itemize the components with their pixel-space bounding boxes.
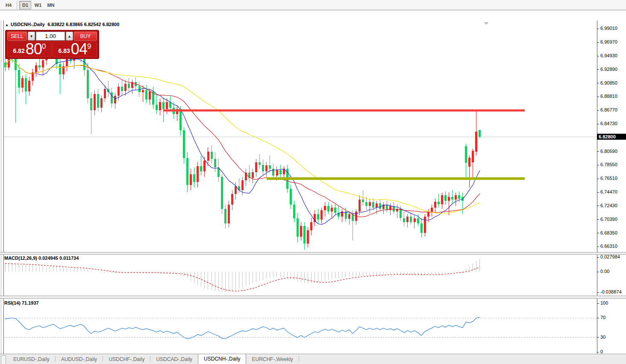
- buy-price-sup: 9: [87, 42, 91, 51]
- chart-window: ▲USDCNH-,Daily 6.83822 6.83865 6.82542 6…: [0, 10, 626, 354]
- sell-button[interactable]: SELL: [7, 32, 27, 41]
- sell-price-big: 80: [26, 42, 42, 56]
- chart-tab-eurusd[interactable]: EURUSD-,Daily: [8, 355, 55, 364]
- collapse-panel-icon[interactable]: ▲: [5, 23, 9, 27]
- trade-panel-controls: SELL ▼ ▲ BUY: [7, 32, 97, 41]
- current-price-tag: 6.82800: [597, 134, 626, 140]
- volume-input[interactable]: [36, 32, 65, 41]
- chart-canvas[interactable]: [0, 10, 626, 364]
- macd-label: MACD(12,26,9) 0.024945 0.011734: [4, 255, 79, 261]
- chart-tab-usdcnh[interactable]: USDCNH-,Daily: [198, 354, 246, 364]
- rsi-label: RSI(14) 71.1937: [4, 300, 39, 305]
- pane-separator[interactable]: [0, 296, 626, 299]
- buy-button[interactable]: BUY: [74, 32, 97, 41]
- tabbar-left-stub[interactable]: [1, 355, 6, 364]
- volume-decrease-button[interactable]: ▼: [28, 32, 35, 41]
- volume-increase-button[interactable]: ▲: [66, 32, 73, 41]
- sell-quote[interactable]: 6.82 80 0: [7, 41, 52, 57]
- timeframe-button-h4[interactable]: H4: [3, 1, 15, 9]
- buy-price-big: 04: [71, 42, 87, 56]
- chart-tab-eurchf[interactable]: EURCHF-,Weekly: [246, 355, 298, 364]
- chart-tab-usdcad[interactable]: USDCAD-,Daily: [150, 355, 198, 364]
- sell-price-base: 6.82: [13, 47, 25, 54]
- timeframe-toolbar: H4D1W1MN: [0, 0, 626, 10]
- buy-price-base: 6.83: [59, 47, 70, 54]
- timeframe-button-mn[interactable]: MN: [45, 1, 57, 9]
- buy-quote[interactable]: 6.83 04 9: [53, 41, 97, 57]
- chart-tab-usdchf[interactable]: USDCHF-,Daily: [103, 355, 150, 364]
- trade-panel-quotes: 6.82 80 0 6.83 04 9: [7, 41, 97, 57]
- sell-price-sup: 0: [42, 42, 46, 51]
- timeframe-button-w1[interactable]: W1: [32, 1, 44, 9]
- chart-title: ▲USDCNH-,Daily 6.83822 6.83865 6.82542 6…: [5, 22, 119, 27]
- chart-ohlc-values: 6.83822 6.83865 6.82542 6.82800: [47, 22, 119, 27]
- one-click-trading-panel: SELL ▼ ▲ BUY 6.82 80 0 6.83 04 9: [5, 30, 99, 59]
- chart-tab-audusd[interactable]: AUDUSD-,Daily: [56, 355, 103, 364]
- mt4-window: H4D1W1MN ▲USDCNH-,Daily 6.83822 6.83865 …: [0, 0, 626, 364]
- tab-separator: [299, 356, 299, 362]
- pane-separator[interactable]: [0, 252, 626, 255]
- chart-tab-bar: EURUSD-,DailyAUDUSD-,DailyUSDCHF-,DailyU…: [0, 354, 626, 364]
- chart-symbol-label: USDCNH-,Daily: [11, 22, 45, 27]
- toolbar-divider: [17, 1, 17, 9]
- timeframe-button-d1[interactable]: D1: [19, 1, 31, 9]
